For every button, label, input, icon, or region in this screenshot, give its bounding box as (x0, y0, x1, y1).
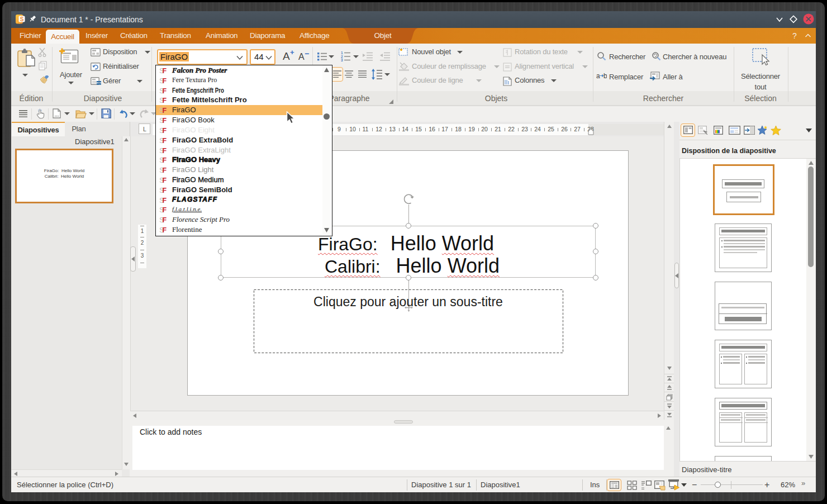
svg-text:3: 3 (341, 58, 343, 61)
svg-text:b: b (603, 72, 607, 80)
svg-text:S: S (20, 16, 24, 22)
svg-text:a: a (596, 72, 600, 80)
